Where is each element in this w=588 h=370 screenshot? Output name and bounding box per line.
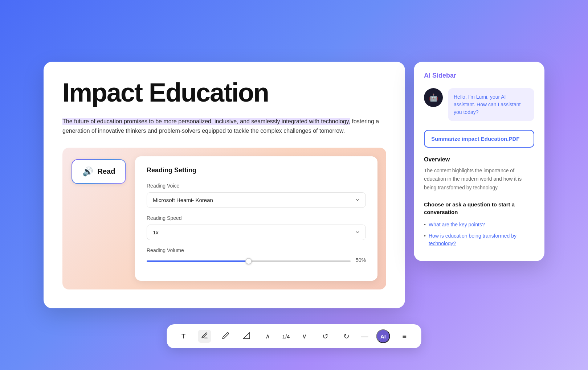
question-link-1[interactable]: What are the key points? bbox=[429, 221, 485, 229]
eraser-tool-button[interactable] bbox=[240, 330, 253, 343]
questions-title: Choose or ask a question to start a conv… bbox=[424, 201, 534, 216]
question-link-2[interactable]: How is education being transformed by te… bbox=[429, 232, 534, 247]
prev-page-button[interactable]: ∧ bbox=[261, 330, 274, 343]
volume-setting-group: Reading Volume 50% bbox=[147, 247, 366, 263]
speed-label: Reading Speed bbox=[147, 215, 366, 221]
read-button[interactable]: 🔊 Read bbox=[72, 159, 126, 184]
read-button-label: Read bbox=[98, 167, 115, 176]
highlight-icon bbox=[201, 332, 208, 341]
question-bullet-2: • bbox=[424, 233, 426, 239]
toolbar-divider-line: — bbox=[361, 332, 368, 341]
undo-button[interactable]: ↺ bbox=[319, 330, 332, 343]
voice-label: Reading Voice bbox=[147, 183, 366, 189]
settings-title: Reading Setting bbox=[147, 166, 366, 174]
document-panel: Impact Education The future of education… bbox=[44, 62, 405, 308]
volume-slider[interactable] bbox=[147, 260, 351, 262]
speed-select[interactable]: 1x bbox=[147, 225, 366, 240]
text-icon: T bbox=[181, 333, 185, 340]
read-button-section: 🔊 Read bbox=[62, 148, 135, 289]
overview-title: Overview bbox=[424, 156, 534, 163]
menu-button[interactable]: ≡ bbox=[398, 330, 411, 343]
redo-button[interactable]: ↻ bbox=[340, 330, 353, 343]
page-indicator: 1/4 bbox=[282, 333, 290, 340]
voice-select[interactable]: Microsoft Heami- Korean bbox=[147, 192, 366, 208]
document-title: Impact Education bbox=[62, 79, 386, 107]
settings-panel: Reading Setting Reading Voice Microsoft … bbox=[135, 156, 377, 281]
overview-section: Overview The content highlights the impo… bbox=[424, 156, 534, 192]
lumi-bubble: Hello, I'm Lumi, your AI assistant. How … bbox=[448, 88, 534, 121]
menu-icon: ≡ bbox=[403, 332, 407, 341]
volume-percentage: 50% bbox=[356, 257, 366, 263]
speaker-icon: 🔊 bbox=[82, 166, 93, 177]
overview-text: The content highlights the importance of… bbox=[424, 166, 534, 192]
pen-tool-button[interactable] bbox=[219, 330, 232, 343]
toolbar: T ∧ 1/4 ∨ ↺ ↻ — AI ≡ bbox=[167, 324, 421, 348]
question-item-2: • How is education being transformed by … bbox=[424, 232, 534, 247]
undo-icon: ↺ bbox=[322, 332, 328, 341]
redo-icon: ↻ bbox=[343, 332, 350, 341]
pen-icon bbox=[222, 332, 229, 341]
highlight-tool-button[interactable] bbox=[198, 330, 211, 343]
ai-button[interactable]: AI bbox=[376, 329, 390, 343]
lumi-chat: 🤖 Hello, I'm Lumi, your AI assistant. Ho… bbox=[424, 88, 534, 121]
summarize-button[interactable]: Summarize impact Education.PDF bbox=[424, 130, 534, 148]
question-bullet-1: • bbox=[424, 222, 426, 227]
questions-section: Choose or ask a question to start a conv… bbox=[424, 201, 534, 247]
volume-row: 50% bbox=[147, 257, 366, 263]
question-item-1: • What are the key points? bbox=[424, 221, 534, 229]
volume-slider-wrap bbox=[147, 257, 351, 263]
chevron-up-icon: ∧ bbox=[265, 332, 270, 340]
speed-setting-group: Reading Speed 1x bbox=[147, 215, 366, 240]
lumi-avatar: 🤖 bbox=[424, 88, 443, 107]
ai-sidebar: AI Sidebar 🤖 Hello, I'm Lumi, your AI as… bbox=[414, 62, 544, 261]
text-tool-button[interactable]: T bbox=[177, 330, 190, 343]
lumi-robot-icon: 🤖 bbox=[429, 93, 438, 102]
chevron-down-icon: ∨ bbox=[302, 332, 307, 340]
eraser-icon bbox=[243, 332, 250, 341]
document-body: The future of education promises to be m… bbox=[62, 117, 386, 136]
sidebar-title: AI Sidebar bbox=[424, 72, 534, 79]
next-page-button[interactable]: ∨ bbox=[298, 330, 311, 343]
highlighted-text: The future of education promises to be m… bbox=[62, 118, 350, 125]
voice-setting-group: Reading Voice Microsoft Heami- Korean bbox=[147, 183, 366, 208]
svg-marker-0 bbox=[243, 332, 250, 338]
volume-label: Reading Volume bbox=[147, 247, 366, 253]
reading-widget: 🔊 Read Reading Setting Reading Voice Mic… bbox=[62, 148, 386, 289]
